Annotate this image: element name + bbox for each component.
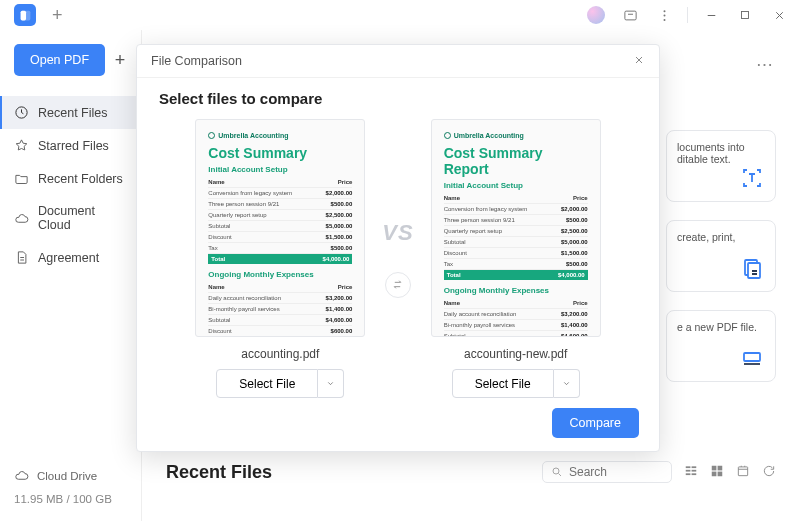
select-file-right-button[interactable]: Select File (452, 369, 554, 398)
window-close-button[interactable] (766, 2, 792, 28)
new-tab-button[interactable]: + (46, 5, 69, 26)
refresh-icon[interactable] (762, 464, 776, 481)
svg-rect-18 (712, 465, 717, 470)
view-grid-icon[interactable] (710, 464, 724, 481)
feature-card-ocr[interactable]: locuments into ditable text. (666, 130, 776, 202)
document-icon (14, 250, 29, 265)
svg-rect-15 (692, 466, 697, 468)
create-button[interactable]: + (111, 50, 129, 71)
sidebar-item-starred-files[interactable]: Starred Files (0, 129, 141, 162)
filename-left: accounting.pdf (241, 347, 319, 361)
svg-rect-10 (744, 353, 760, 361)
storage-text: 11.95 MB / 100 GB (14, 489, 127, 511)
recent-files-heading: Recent Files (166, 462, 272, 483)
title-bar: + (0, 0, 800, 30)
card-text: locuments into ditable text. (677, 141, 765, 165)
select-file-right-caret[interactable] (554, 369, 580, 398)
scanner-icon (739, 345, 765, 371)
svg-rect-1 (20, 10, 25, 20)
more-menu-icon[interactable]: ⋯ (756, 54, 774, 75)
feature-card-create[interactable]: create, print, (666, 220, 776, 292)
cloud-drive-link[interactable]: Cloud Drive (14, 462, 127, 489)
view-calendar-icon[interactable] (736, 464, 750, 481)
sidebar-item-label: Recent Files (38, 106, 107, 120)
cloud-drive-label: Cloud Drive (37, 470, 97, 482)
card-text: create, print, (677, 231, 765, 243)
ocr-icon (739, 165, 765, 191)
clock-icon (14, 105, 29, 120)
svg-point-4 (663, 14, 665, 16)
filename-right: accounting-new.pdf (464, 347, 567, 361)
sidebar-item-label: Starred Files (38, 139, 109, 153)
svg-rect-2 (624, 11, 635, 20)
svg-point-11 (553, 468, 559, 474)
file-preview-left: Umbrella Accounting Cost Summary Initial… (195, 119, 365, 337)
view-list-icon[interactable] (684, 464, 698, 481)
app-logo (14, 4, 36, 26)
dialog-close-button[interactable] (633, 53, 645, 69)
page-icon (739, 255, 765, 281)
svg-rect-19 (718, 465, 723, 470)
svg-rect-6 (742, 12, 749, 19)
window-maximize-button[interactable] (732, 2, 758, 28)
select-file-left-button[interactable]: Select File (216, 369, 318, 398)
dialog-title: File Comparison (151, 54, 242, 68)
user-avatar[interactable] (583, 2, 609, 28)
compare-button[interactable]: Compare (552, 408, 639, 438)
card-text: e a new PDF file. (677, 321, 765, 333)
star-icon (14, 138, 29, 153)
svg-point-5 (663, 18, 665, 20)
vs-label: VS (382, 220, 413, 246)
folder-icon (14, 171, 29, 186)
sidebar-item-label: Document Cloud (38, 204, 127, 232)
feature-card-new[interactable]: e a new PDF file. (666, 310, 776, 382)
dialog-subtitle: Select files to compare (159, 90, 637, 107)
file-preview-right: Umbrella Accounting Cost Summary Report … (431, 119, 601, 337)
cloud-icon (14, 211, 29, 226)
svg-rect-12 (686, 466, 691, 468)
sidebar-item-label: Recent Folders (38, 172, 123, 186)
sidebar-item-recent-files[interactable]: Recent Files (0, 96, 141, 129)
sidebar-item-agreement[interactable]: Agreement (0, 241, 141, 274)
message-icon[interactable] (617, 2, 643, 28)
window-minimize-button[interactable] (698, 2, 724, 28)
svg-point-3 (663, 10, 665, 12)
sidebar-item-label: Agreement (38, 251, 99, 265)
open-pdf-button[interactable]: Open PDF (14, 44, 105, 76)
kebab-menu-icon[interactable] (651, 2, 677, 28)
sidebar: Open PDF + Recent Files Starred Files Re… (0, 30, 142, 521)
file-comparison-dialog: File Comparison Select files to compare … (136, 44, 660, 452)
svg-rect-13 (686, 469, 691, 471)
search-icon (551, 466, 563, 478)
svg-rect-22 (738, 466, 747, 475)
search-box[interactable] (542, 461, 672, 483)
svg-rect-14 (686, 473, 691, 475)
sidebar-item-document-cloud[interactable]: Document Cloud (0, 195, 141, 241)
svg-rect-17 (692, 473, 697, 475)
svg-rect-20 (712, 471, 717, 476)
cloud-icon (14, 468, 29, 483)
svg-rect-16 (692, 469, 697, 471)
swap-button[interactable] (385, 272, 411, 298)
sidebar-item-recent-folders[interactable]: Recent Folders (0, 162, 141, 195)
svg-rect-21 (718, 471, 723, 476)
search-input[interactable] (569, 465, 661, 479)
select-file-left-caret[interactable] (318, 369, 344, 398)
